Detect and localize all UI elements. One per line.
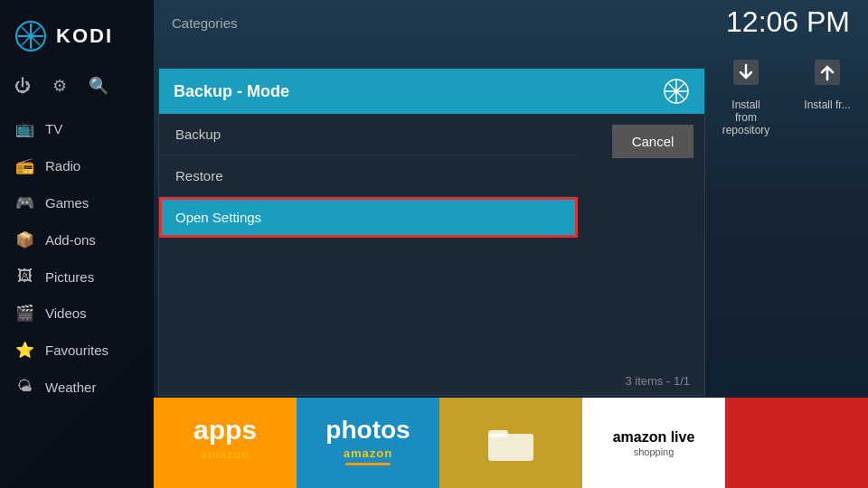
dialog-header: Backup - Mode [159, 69, 704, 114]
dialog-list: Backup Restore Open Settings [159, 114, 578, 367]
install-from[interactable]: Install fr... [787, 45, 868, 122]
tv-icon: 📺 [14, 119, 34, 138]
sidebar-icon-row: ⏻ ⚙ 🔍 [0, 70, 154, 101]
thumb-amazon[interactable]: amazon live shopping [582, 398, 725, 488]
amazon-logo-text: amazon live [613, 428, 695, 446]
dialog-footer: 3 items - 1/1 [159, 367, 704, 395]
sidebar-item-videos-label: Videos [45, 305, 87, 321]
dialog-title: Backup - Mode [174, 82, 289, 101]
dialog-sidebar: Cancel [578, 114, 704, 367]
radio-icon: 📻 [14, 156, 34, 175]
sidebar-item-favourites[interactable]: ⭐ Favourites [0, 332, 154, 369]
install-from-icon [811, 56, 844, 95]
sidebar-item-favourites-label: Favourites [45, 343, 108, 358]
videos-icon: 🎬 [14, 304, 34, 323]
sidebar-item-radio-label: Radio [45, 158, 80, 174]
dialog-item-backup[interactable]: Backup [159, 114, 578, 155]
main-top-icons: Install fromrepository Install fr... [705, 45, 868, 147]
sidebar-item-pictures-label: Pictures [45, 269, 94, 285]
svg-point-5 [28, 33, 33, 39]
install-repo-icon [730, 56, 762, 95]
backup-dialog: Backup - Mode Backup Restore Open Settin… [158, 68, 705, 396]
thumb-apps[interactable]: apps amazon [154, 398, 297, 488]
favourites-icon: ⭐ [14, 341, 34, 360]
games-icon: 🎮 [14, 193, 34, 212]
install-from-label: Install fr... [804, 99, 850, 111]
amazon-sub-text: shopping [634, 446, 675, 457]
sidebar-nav: 📺 TV 📻 Radio 🎮 Games 📦 Add-ons 🖼 Picture… [0, 110, 154, 488]
svg-rect-9 [488, 430, 508, 437]
sidebar-item-videos[interactable]: 🎬 Videos [0, 295, 154, 332]
sidebar-item-radio[interactable]: 📻 Radio [0, 147, 154, 184]
install-from-repository[interactable]: Install fromrepository [705, 45, 787, 147]
search-icon[interactable]: 🔍 [89, 76, 108, 96]
sidebar-item-games-label: Games [45, 195, 89, 211]
dialog-item-open-settings[interactable]: Open Settings [159, 197, 578, 238]
sidebar-item-addons-label: Add-ons [45, 232, 96, 248]
svg-point-15 [675, 89, 679, 94]
pictures-icon: 🖼 [14, 267, 34, 286]
sidebar-item-games[interactable]: 🎮 Games [0, 184, 154, 221]
svg-rect-8 [488, 434, 533, 461]
install-repo-label: Install fromrepository [720, 99, 772, 136]
dialog-kodi-icon [663, 78, 690, 105]
addons-icon: 📦 [14, 230, 34, 249]
weather-icon: 🌤 [14, 378, 34, 396]
sidebar: KODI ⏻ ⚙ 🔍 📺 TV 📻 Radio 🎮 Games 📦 Add-on… [0, 0, 154, 488]
settings-icon[interactable]: ⚙ [52, 76, 67, 96]
app-title: KODI [56, 24, 113, 48]
bottom-thumbnails: apps amazon photos amazon amazon live sh… [154, 398, 868, 488]
time-display: 12:06 PM [726, 5, 850, 39]
dialog-body: Backup Restore Open Settings Cancel [159, 114, 704, 367]
sidebar-item-weather[interactable]: 🌤 Weather [0, 369, 154, 405]
categories-label: Categories [172, 15, 238, 31]
sidebar-item-weather-label: Weather [45, 380, 96, 395]
power-icon[interactable]: ⏻ [14, 77, 31, 96]
sidebar-item-tv-label: TV [45, 121, 62, 136]
thumb-red[interactable] [725, 398, 868, 488]
cancel-button[interactable]: Cancel [612, 125, 693, 158]
dialog-item-restore[interactable]: Restore [159, 155, 578, 197]
dialog-item-count: 3 items - 1/1 [625, 374, 690, 388]
thumb-folder[interactable] [439, 398, 582, 488]
sidebar-item-tv[interactable]: 📺 TV [0, 110, 154, 147]
topbar: Categories 12:06 PM [154, 0, 868, 45]
thumb-photos[interactable]: photos amazon [297, 398, 439, 488]
kodi-logo-icon [14, 20, 47, 52]
sidebar-logo: KODI [0, 9, 127, 63]
sidebar-item-addons[interactable]: 📦 Add-ons [0, 221, 154, 258]
sidebar-item-pictures[interactable]: 🖼 Pictures [0, 258, 154, 295]
